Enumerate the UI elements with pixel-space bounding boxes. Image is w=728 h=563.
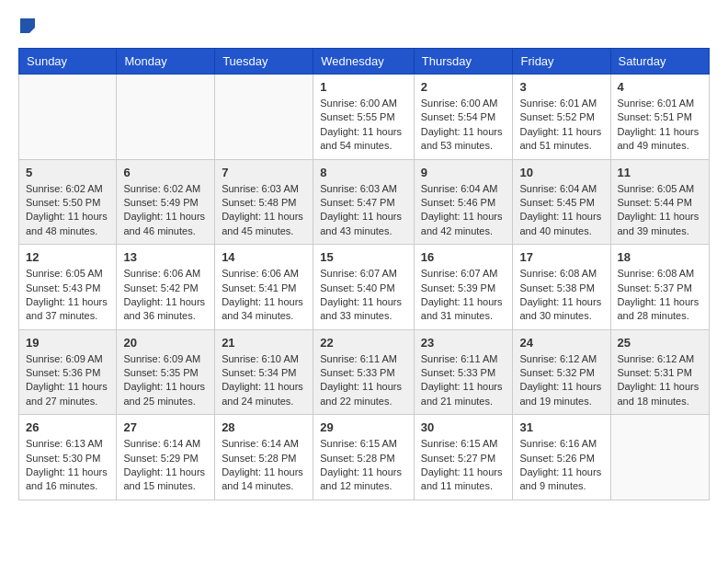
day-info: Sunrise: 6:11 AM: [320, 352, 407, 366]
day-number: 14: [222, 250, 306, 264]
day-info: Sunrise: 6:04 AM: [519, 182, 603, 196]
day-info: Sunset: 5:52 PM: [519, 110, 603, 124]
calendar-cell: 12Sunrise: 6:05 AMSunset: 5:43 PMDayligh…: [19, 245, 117, 330]
day-number: 26: [26, 420, 109, 434]
calendar-cell: 2Sunrise: 6:00 AMSunset: 5:54 PMDaylight…: [414, 75, 513, 160]
logo-flag-icon: [20, 18, 35, 33]
day-info: Sunset: 5:42 PM: [123, 282, 208, 295]
day-info: Daylight: 11 hours and 24 minutes.: [222, 380, 306, 408]
calendar-cell: 27Sunrise: 6:14 AMSunset: 5:29 PMDayligh…: [117, 415, 215, 500]
day-info: Daylight: 11 hours and 36 minutes.: [123, 295, 208, 324]
day-info: Sunset: 5:30 PM: [26, 452, 109, 465]
day-number: 22: [320, 336, 407, 350]
calendar-header-friday: Friday: [513, 49, 610, 75]
day-number: 11: [618, 166, 703, 179]
calendar-cell: 25Sunrise: 6:12 AMSunset: 5:31 PMDayligh…: [610, 329, 710, 415]
logo: [18, 18, 35, 33]
calendar-cell: 10Sunrise: 6:04 AMSunset: 5:45 PMDayligh…: [513, 159, 610, 245]
day-info: Daylight: 11 hours and 21 minutes.: [421, 380, 506, 408]
calendar-cell: 15Sunrise: 6:07 AMSunset: 5:40 PMDayligh…: [313, 245, 415, 330]
day-info: Sunrise: 6:05 AM: [618, 182, 703, 196]
day-info: Sunrise: 6:08 AM: [519, 267, 603, 281]
day-info: Sunrise: 6:02 AM: [26, 182, 109, 196]
day-info: Daylight: 11 hours and 25 minutes.: [123, 380, 208, 408]
day-info: Sunset: 5:51 PM: [618, 110, 703, 124]
calendar-cell: 4Sunrise: 6:01 AMSunset: 5:51 PMDaylight…: [610, 75, 710, 160]
day-info: Sunset: 5:47 PM: [320, 196, 407, 210]
day-info: Sunrise: 6:02 AM: [123, 182, 208, 196]
day-number: 5: [26, 166, 109, 179]
day-info: Daylight: 11 hours and 40 minutes.: [519, 210, 603, 238]
day-number: 10: [519, 166, 603, 179]
day-info: Sunrise: 6:09 AM: [26, 352, 109, 366]
day-info: Sunset: 5:35 PM: [123, 366, 208, 380]
day-info: Daylight: 11 hours and 48 minutes.: [26, 210, 109, 238]
day-info: Sunrise: 6:04 AM: [421, 182, 506, 196]
calendar-cell: 3Sunrise: 6:01 AMSunset: 5:52 PMDaylight…: [513, 75, 610, 160]
day-info: Sunset: 5:41 PM: [222, 282, 306, 295]
day-number: 3: [519, 80, 603, 94]
day-info: Daylight: 11 hours and 12 minutes.: [320, 465, 407, 494]
calendar-cell: 16Sunrise: 6:07 AMSunset: 5:39 PMDayligh…: [414, 245, 513, 330]
day-info: Daylight: 11 hours and 43 minutes.: [320, 210, 407, 238]
day-info: Sunset: 5:37 PM: [618, 282, 703, 295]
calendar-cell: 7Sunrise: 6:03 AMSunset: 5:48 PMDaylight…: [215, 159, 313, 245]
day-number: 6: [123, 166, 208, 179]
calendar-header-monday: Monday: [117, 49, 215, 75]
calendar-cell: [117, 75, 215, 160]
day-info: Daylight: 11 hours and 14 minutes.: [222, 465, 306, 494]
day-info: Sunset: 5:26 PM: [519, 452, 603, 465]
calendar-cell: 28Sunrise: 6:14 AMSunset: 5:28 PMDayligh…: [215, 415, 313, 500]
day-info: Sunrise: 6:12 AM: [519, 352, 603, 366]
day-info: Sunset: 5:28 PM: [320, 452, 407, 465]
day-info: Daylight: 11 hours and 15 minutes.: [123, 465, 208, 494]
day-info: Sunset: 5:31 PM: [618, 366, 703, 380]
day-info: Sunset: 5:44 PM: [618, 196, 703, 210]
calendar-cell: 5Sunrise: 6:02 AMSunset: 5:50 PMDaylight…: [19, 159, 117, 245]
day-info: Daylight: 11 hours and 31 minutes.: [421, 295, 506, 324]
day-info: Sunset: 5:33 PM: [421, 366, 506, 380]
calendar-cell: 26Sunrise: 6:13 AMSunset: 5:30 PMDayligh…: [19, 415, 117, 500]
calendar-header-thursday: Thursday: [414, 49, 513, 75]
day-info: Sunrise: 6:12 AM: [618, 352, 703, 366]
day-number: 2: [421, 80, 506, 94]
day-info: Daylight: 11 hours and 22 minutes.: [320, 380, 407, 408]
logo-text: [18, 18, 35, 33]
day-number: 16: [421, 250, 506, 264]
day-info: Daylight: 11 hours and 27 minutes.: [26, 380, 109, 408]
calendar-header-wednesday: Wednesday: [313, 49, 415, 75]
day-info: Daylight: 11 hours and 30 minutes.: [519, 295, 603, 324]
day-info: Sunset: 5:50 PM: [26, 196, 109, 210]
calendar-header-sunday: Sunday: [19, 49, 117, 75]
calendar-cell: 31Sunrise: 6:16 AMSunset: 5:26 PMDayligh…: [513, 415, 610, 500]
day-number: 7: [222, 166, 306, 179]
calendar-cell: 21Sunrise: 6:10 AMSunset: 5:34 PMDayligh…: [215, 329, 313, 415]
day-info: Daylight: 11 hours and 46 minutes.: [123, 210, 208, 238]
day-number: 13: [123, 250, 208, 264]
day-info: Sunset: 5:32 PM: [519, 366, 603, 380]
day-info: Sunset: 5:45 PM: [519, 196, 603, 210]
day-number: 1: [320, 80, 407, 94]
day-info: Sunset: 5:27 PM: [421, 452, 506, 465]
day-info: Daylight: 11 hours and 53 minutes.: [421, 125, 506, 154]
day-number: 28: [222, 420, 306, 434]
day-info: Daylight: 11 hours and 34 minutes.: [222, 295, 306, 324]
day-info: Daylight: 11 hours and 49 minutes.: [618, 125, 703, 154]
calendar-cell: 30Sunrise: 6:15 AMSunset: 5:27 PMDayligh…: [414, 415, 513, 500]
calendar-header-tuesday: Tuesday: [215, 49, 313, 75]
day-info: Daylight: 11 hours and 16 minutes.: [26, 465, 109, 494]
day-info: Sunset: 5:55 PM: [320, 110, 407, 124]
day-info: Sunset: 5:38 PM: [519, 282, 603, 295]
day-info: Sunrise: 6:06 AM: [123, 267, 208, 281]
day-info: Daylight: 11 hours and 42 minutes.: [421, 210, 506, 238]
calendar-cell: 9Sunrise: 6:04 AMSunset: 5:46 PMDaylight…: [414, 159, 513, 245]
day-number: 17: [519, 250, 603, 264]
day-info: Sunset: 5:54 PM: [421, 110, 506, 124]
calendar-cell: 17Sunrise: 6:08 AMSunset: 5:38 PMDayligh…: [513, 245, 610, 330]
calendar-cell: 18Sunrise: 6:08 AMSunset: 5:37 PMDayligh…: [610, 245, 710, 330]
day-info: Sunrise: 6:08 AM: [618, 267, 703, 281]
day-info: Sunrise: 6:06 AM: [222, 267, 306, 281]
day-info: Sunset: 5:28 PM: [222, 452, 306, 465]
day-info: Daylight: 11 hours and 45 minutes.: [222, 210, 306, 238]
day-info: Sunrise: 6:09 AM: [123, 352, 208, 366]
